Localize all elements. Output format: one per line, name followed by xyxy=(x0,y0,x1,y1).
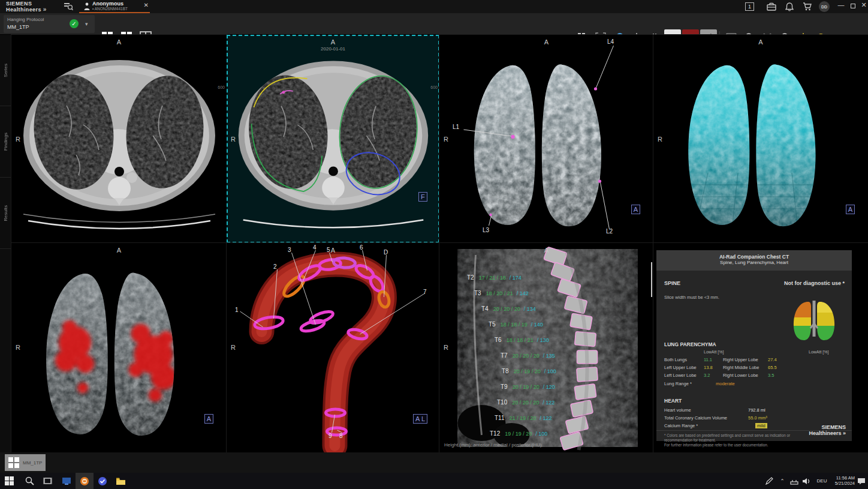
aorta-image xyxy=(227,243,439,452)
vertebra-row-T6: T618 / 18 / 21/ 130 xyxy=(495,337,549,343)
main-toolbar: Hanging Protocol MM_1TP ✓ ▾ xyxy=(0,13,868,35)
vertebra-row-T4: T420 / 20 / 20/ 134 xyxy=(481,305,536,312)
taskbar-app-verified[interactable] xyxy=(94,473,111,489)
orientation-anterior-label: A xyxy=(11,247,227,254)
start-button[interactable] xyxy=(0,473,18,489)
layout-thumbnail-bar: MM_1TP xyxy=(0,452,868,473)
minimize-button[interactable]: — xyxy=(836,1,846,8)
language-indicator[interactable]: DEU xyxy=(813,473,831,489)
orientation-anterior-label: A xyxy=(11,38,227,46)
nodule-label-L3: L3 xyxy=(483,227,489,233)
vertebra-row-T7: T720 / 20 / 20/ 135 xyxy=(501,352,555,359)
taskbar-search-button[interactable] xyxy=(20,473,38,489)
briefcase-icon[interactable] xyxy=(765,2,778,11)
windows-logo-icon xyxy=(5,476,14,485)
vertebra-row-T5: T518 / 18 / 19/ 140 xyxy=(489,321,543,328)
orientation-marker-box: A xyxy=(631,205,640,214)
notifications-bell-icon[interactable] xyxy=(783,2,796,11)
sidebar-tab-series[interactable]: Series xyxy=(0,35,11,106)
report-card: AI-Rad Companion Chest CT Spine, Lung Pa… xyxy=(656,250,852,441)
active-layout-tile[interactable]: MM_1TP xyxy=(5,454,46,471)
notification-center-icon[interactable] xyxy=(852,473,868,489)
marker-pink-dot xyxy=(282,91,285,94)
orientation-anterior-label: A xyxy=(227,247,439,254)
layout-name: MM_1TP xyxy=(23,460,42,466)
file-explorer-button[interactable] xyxy=(111,473,129,489)
orientation-right-label: R xyxy=(444,344,448,351)
user-avatar[interactable]: DD xyxy=(819,1,830,12)
lung-table-row: Left Upper Lobe13.8 Right Middle Lobe65.… xyxy=(664,365,850,372)
report-footnote-2: For further information please refer to … xyxy=(664,443,793,448)
logo-line1: SIEMENS xyxy=(6,1,47,7)
protocol-dropdown-chevron-icon[interactable]: ▾ xyxy=(85,21,88,27)
orientation-anterior-label: A xyxy=(653,38,868,46)
viewport-axial-ct-contours[interactable]: A 2020-01-01 R 600 F xyxy=(227,35,439,243)
orientation-right-label: R xyxy=(444,136,448,143)
protocol-label: Hanging Protocol xyxy=(7,17,44,22)
tab-close-icon[interactable]: ✕ xyxy=(144,2,149,8)
heart-row: Total Coronary Calcium Volume55.0 mm³ xyxy=(664,415,850,422)
segment-marker-box: F xyxy=(418,192,427,202)
nodule-label-L1: L1 xyxy=(453,124,459,130)
lung-section-heading: LUNG PARENCHYMA xyxy=(664,341,716,347)
aorta-label-2: 2 xyxy=(273,263,277,270)
orientation-anterior-label: A xyxy=(439,247,653,254)
viewport-coronal-opacities[interactable]: A R A xyxy=(11,243,227,452)
patient-search-icon[interactable] xyxy=(62,2,75,11)
layout-grid-icon xyxy=(7,456,20,469)
taskbar-app-remote[interactable] xyxy=(58,473,76,489)
viewport-coronal-nodules[interactable]: A R L1 L2 L3 L4 A xyxy=(439,35,653,243)
patient-tab[interactable]: Anonymous • ANON26NM441BT ✕ xyxy=(79,0,150,13)
orientation-right-label: R xyxy=(658,136,662,143)
patient-name: Anonymous xyxy=(92,1,123,7)
sidebar-tab-findings[interactable]: Findings xyxy=(0,106,11,178)
syngo-app-icon xyxy=(80,476,89,486)
protocol-valid-check-icon: ✓ xyxy=(70,19,79,28)
protocol-name: MM_1TP xyxy=(7,24,29,30)
viewport-spine-sagittal[interactable]: A R T217 / 21 / 18/ 174 T318 / 20 / 21/ … xyxy=(439,243,653,452)
aorta-label-3: 3 xyxy=(288,247,291,253)
lowatt-header-left: LowAtt [%] xyxy=(704,350,724,354)
axial-ct-contours-image xyxy=(227,35,439,243)
vertebra-row-T12: T1219 / 19 / 20/ 100 xyxy=(490,430,547,437)
aorta-label-6: 6 xyxy=(360,244,363,251)
orientation-right-label: R xyxy=(16,344,20,351)
workplace-number-badge[interactable]: 1 xyxy=(745,2,754,11)
sidebar-tab-results[interactable]: Results xyxy=(0,178,11,249)
logo-line2: Healthineers xyxy=(6,7,41,13)
logo-arrow-icon: » xyxy=(43,6,47,13)
restore-icon xyxy=(851,4,855,8)
viewport-axial-ct[interactable]: A R 600 xyxy=(11,35,227,243)
spine-note: Slice width must be <3 mm. xyxy=(664,295,719,300)
siemens-healthineers-logo: SIEMENS Healthineers » xyxy=(6,1,47,13)
vertebra-row-T3: T318 / 20 / 21/ 142 xyxy=(474,290,529,296)
left-sidebar: Series Findings Results xyxy=(0,35,11,452)
window-value-label: 600 xyxy=(218,85,225,89)
nodule-label-L4: L4 xyxy=(607,38,614,45)
taskbar-date: 5/21/2024 xyxy=(835,481,855,486)
lung-lobe-diagram xyxy=(789,299,839,343)
task-view-icon xyxy=(43,477,52,485)
report-title: AI-Rad Companion Chest CT xyxy=(656,250,852,260)
spine-section-heading: SPINE xyxy=(664,280,680,286)
hanging-protocol-selector[interactable]: Hanging Protocol MM_1TP ✓ ▾ xyxy=(4,15,95,33)
restore-button[interactable] xyxy=(848,2,858,10)
aorta-label-1: 1 xyxy=(235,307,239,313)
close-button[interactable]: ✕ xyxy=(858,1,868,9)
panel-scrollbar[interactable] xyxy=(651,262,652,297)
orientation-marker-box: A xyxy=(204,414,213,424)
viewport-vrt-lungs[interactable]: A R A xyxy=(653,35,868,243)
windows-taskbar: ⌃ DEU 11:56 AM 5/21/2024 xyxy=(0,473,868,489)
vrt-cyan-image xyxy=(653,35,868,243)
viewport-aorta[interactable]: A R 1 2 3 4 5 6 D 7 9 8 A L xyxy=(227,243,439,452)
cart-icon[interactable] xyxy=(801,2,814,11)
diagnostic-disclaimer: Not for diagnostic use * xyxy=(784,280,845,286)
taskbar-clock[interactable]: 11:56 AM 5/21/2024 xyxy=(835,475,855,486)
report-header: AI-Rad Companion Chest CT Spine, Lung Pa… xyxy=(656,250,852,271)
orientation-right-label: R xyxy=(231,344,236,351)
title-bar: SIEMENS Healthineers » Anonymous • ANON2… xyxy=(0,0,868,13)
coronal-mip-image xyxy=(439,35,653,243)
task-view-button[interactable] xyxy=(38,473,56,489)
taskbar-app-syngo-active[interactable] xyxy=(76,473,94,489)
spine-measurement-legend: Height (mm): anterior / medial / posteri… xyxy=(444,442,542,448)
